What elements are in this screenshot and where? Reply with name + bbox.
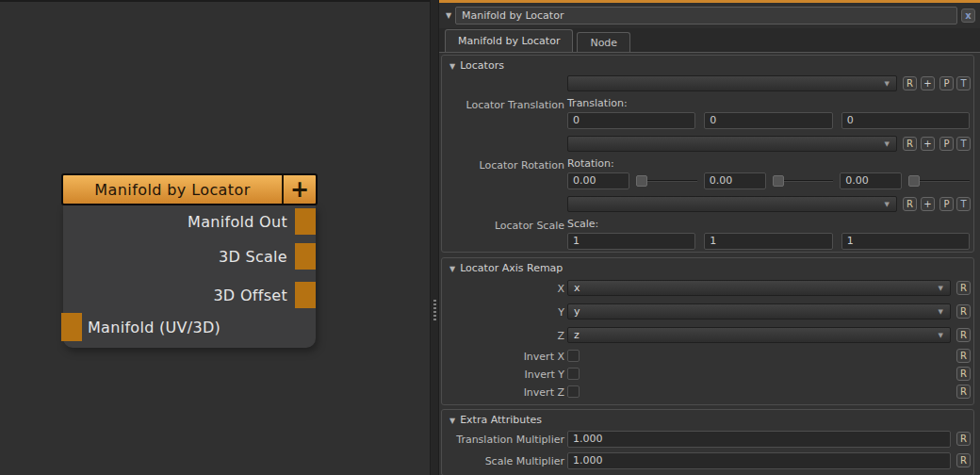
axis-z-dropdown[interactable]: z▼ bbox=[567, 327, 951, 343]
add-button[interactable]: + bbox=[921, 197, 935, 211]
p-button[interactable]: P bbox=[939, 137, 954, 151]
reset-button[interactable]: R bbox=[956, 385, 971, 399]
chevron-down-icon: ▼ bbox=[885, 202, 890, 208]
rotation-z-slider-track[interactable] bbox=[920, 180, 970, 182]
translation-y-input[interactable]: 0 bbox=[704, 112, 832, 129]
close-button[interactable]: x bbox=[961, 8, 975, 23]
chevron-down-icon: ▼ bbox=[885, 81, 890, 88]
locator-scale-dropdown[interactable]: ▼ bbox=[567, 196, 897, 212]
locator-rotation-dropdown[interactable]: ▼ bbox=[567, 136, 897, 152]
translation-z-input[interactable]: 0 bbox=[841, 112, 970, 129]
rotation-y-control: 0.00 bbox=[704, 172, 834, 189]
panel-content: ▼Locators ▼ R + P T Locator Translation … bbox=[439, 52, 980, 475]
output-row-3d-scale: 3D Scale bbox=[63, 243, 316, 270]
input-port-connector[interactable] bbox=[61, 313, 82, 341]
group-locators-header[interactable]: ▼Locators bbox=[449, 59, 504, 72]
label-invert-x: Invert X bbox=[442, 351, 564, 363]
manifold-by-locator-node[interactable]: Manifold by Locator + Manifold Out 3D Sc… bbox=[61, 173, 318, 348]
node-header[interactable]: Manifold by Locator + bbox=[61, 173, 318, 205]
translation-fields: 0 0 0 bbox=[567, 112, 970, 129]
label-scale: Scale: bbox=[567, 218, 598, 230]
reset-button[interactable]: R bbox=[903, 197, 917, 211]
splitter-handle-icon[interactable] bbox=[433, 300, 436, 320]
node-graph-canvas[interactable]: Manifold by Locator + Manifold Out 3D Sc… bbox=[0, 0, 430, 475]
invert-x-checkbox[interactable] bbox=[567, 350, 580, 362]
group-extra-attributes: ▼Extra Attributes Translation Multiplier… bbox=[441, 409, 974, 475]
t-button[interactable]: T bbox=[956, 137, 971, 151]
tab-bar: Manifold by Locator Node bbox=[439, 28, 980, 52]
node-add-button[interactable]: + bbox=[282, 175, 316, 204]
pane-splitter[interactable] bbox=[430, 0, 439, 475]
axis-y-dropdown[interactable]: y▼ bbox=[567, 303, 951, 319]
invert-z-checkbox[interactable] bbox=[567, 385, 580, 398]
axis-x-dropdown[interactable]: x▼ bbox=[567, 280, 951, 296]
rotation-x-control: 0.00 bbox=[567, 172, 697, 189]
group-title-label: Extra Attributes bbox=[460, 414, 542, 426]
group-remap-header[interactable]: ▼Locator Axis Remap bbox=[449, 262, 563, 274]
rotation-z-slider-handle[interactable] bbox=[908, 175, 920, 187]
reset-button[interactable]: R bbox=[956, 432, 971, 446]
side-label-locator-scale: Locator Scale bbox=[442, 220, 564, 232]
label-axis-y: Y bbox=[442, 306, 564, 319]
collapse-triangle-icon: ▼ bbox=[449, 265, 455, 273]
chevron-down-icon: ▼ bbox=[885, 141, 890, 148]
output-port-label: 3D Scale bbox=[219, 248, 287, 266]
translation-multiplier-input[interactable]: 1.000 bbox=[567, 431, 951, 448]
rotation-y-input[interactable]: 0.00 bbox=[704, 172, 766, 189]
add-button[interactable]: + bbox=[921, 76, 935, 90]
group-extra-header[interactable]: ▼Extra Attributes bbox=[449, 414, 542, 426]
rotation-y-slider-handle[interactable] bbox=[773, 175, 784, 187]
reset-button[interactable]: R bbox=[956, 304, 971, 319]
group-locators: ▼Locators ▼ R + P T Locator Translation … bbox=[441, 55, 974, 253]
node-title: Manifold by Locator bbox=[63, 175, 282, 204]
rotation-x-input[interactable]: 0.00 bbox=[567, 172, 629, 189]
reset-button[interactable]: R bbox=[956, 328, 971, 342]
reset-button[interactable]: R bbox=[903, 76, 917, 90]
t-button[interactable]: T bbox=[956, 197, 971, 211]
reset-button[interactable]: R bbox=[903, 137, 917, 151]
p-button[interactable]: P bbox=[939, 197, 954, 211]
application-window: { "colors": { "accent": "#cd862c", "node… bbox=[0, 0, 980, 475]
reset-button[interactable]: R bbox=[956, 281, 971, 295]
locator-translation-dropdown[interactable]: ▼ bbox=[567, 75, 897, 91]
output-port-connector[interactable] bbox=[295, 243, 316, 270]
input-row-manifold: Manifold (UV/3D) bbox=[63, 313, 316, 341]
rotation-z-input[interactable]: 0.00 bbox=[840, 172, 902, 189]
reset-button[interactable]: R bbox=[956, 367, 971, 381]
scale-fields: 1 1 1 bbox=[567, 233, 970, 250]
node-body[interactable]: Manifold Out 3D Scale 3D Offset Manifold… bbox=[63, 205, 316, 348]
output-row-manifold-out: Manifold Out bbox=[63, 208, 316, 235]
output-port-connector[interactable] bbox=[295, 208, 316, 235]
axis-y-value: y bbox=[574, 305, 580, 318]
invert-y-checkbox[interactable] bbox=[567, 368, 580, 380]
chevron-down-icon: ▼ bbox=[939, 309, 943, 316]
group-title-label: Locators bbox=[460, 59, 504, 72]
t-button[interactable]: T bbox=[956, 76, 971, 90]
label-invert-z: Invert Z bbox=[442, 386, 564, 399]
axis-x-value: x bbox=[574, 282, 580, 294]
label-translation: Translation: bbox=[567, 97, 628, 109]
add-button[interactable]: + bbox=[921, 137, 935, 151]
input-port-label: Manifold (UV/3D) bbox=[88, 319, 220, 336]
translation-x-input[interactable]: 0 bbox=[567, 112, 695, 129]
scale-y-input[interactable]: 1 bbox=[704, 233, 832, 250]
scale-multiplier-input[interactable]: 1.000 bbox=[567, 452, 951, 469]
tab-manifold-by-locator[interactable]: Manifold by Locator bbox=[445, 29, 573, 52]
reset-button[interactable]: R bbox=[956, 349, 971, 363]
collapse-triangle-icon[interactable]: ▼ bbox=[446, 12, 451, 20]
label-translation-multiplier: Translation Multiplier bbox=[442, 434, 564, 446]
rotation-x-slider-track[interactable] bbox=[647, 180, 697, 182]
label-axis-z: Z bbox=[442, 330, 564, 342]
scale-x-input[interactable]: 1 bbox=[567, 233, 695, 250]
output-port-connector[interactable] bbox=[295, 282, 316, 308]
scale-z-input[interactable]: 1 bbox=[841, 233, 970, 250]
rotation-x-slider-handle[interactable] bbox=[636, 175, 647, 187]
reset-button[interactable]: R bbox=[956, 453, 971, 467]
rotation-y-slider-track[interactable] bbox=[784, 180, 834, 182]
p-button[interactable]: P bbox=[939, 76, 954, 90]
panel-title-field[interactable]: Manifold by Locator bbox=[455, 7, 957, 25]
group-title-label: Locator Axis Remap bbox=[460, 262, 563, 274]
collapse-triangle-icon: ▼ bbox=[449, 62, 455, 71]
label-rotation: Rotation: bbox=[567, 157, 614, 170]
tab-node[interactable]: Node bbox=[577, 32, 630, 52]
